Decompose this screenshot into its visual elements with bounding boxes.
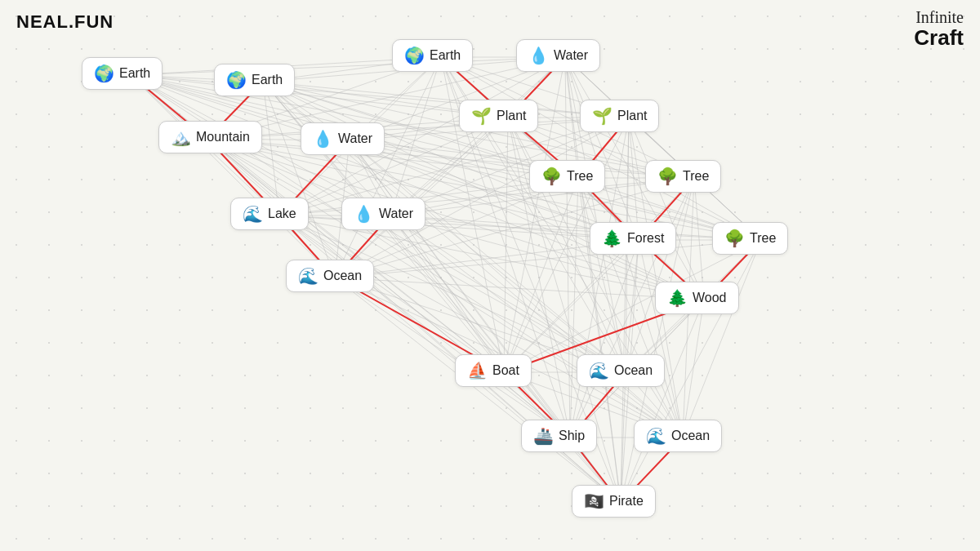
gray-connection: [621, 300, 704, 503]
icon-earth1: 🌍: [94, 64, 114, 83]
gray-connection: [131, 75, 629, 118]
gray-connection: [335, 278, 570, 438]
label-earth1: Earth: [119, 66, 150, 81]
node-tree1[interactable]: 🌳Tree: [529, 160, 605, 193]
node-ocean2[interactable]: 🌊Ocean: [577, 354, 665, 387]
gray-connection: [390, 216, 761, 240]
gray-connection: [683, 300, 704, 438]
icon-pirate: 🏴‍☠️: [584, 491, 604, 511]
gray-connection: [621, 118, 629, 503]
gray-connection: [504, 240, 639, 372]
icon-tree1: 🌳: [541, 167, 562, 186]
gray-connection: [629, 118, 704, 300]
gray-connection: [131, 57, 565, 75]
node-tree2[interactable]: 🌳Tree: [645, 160, 721, 193]
gray-connection: [639, 240, 683, 438]
icon-ocean2: 🌊: [589, 361, 609, 380]
gray-connection: [504, 178, 578, 372]
icon-tree3: 🌳: [724, 229, 745, 248]
icon-earth2: 🌍: [226, 70, 247, 90]
label-water1: Water: [554, 48, 588, 63]
icon-ship: 🚢: [533, 426, 554, 446]
icon-mountain: 🏔️: [171, 127, 191, 147]
gray-connection: [207, 139, 694, 178]
logo: NEAL.FUN: [16, 11, 114, 33]
node-plant2[interactable]: 🌱Plant: [580, 100, 659, 132]
gray-connection: [683, 240, 761, 438]
gray-connection: [350, 140, 504, 372]
label-pirate: Pirate: [609, 494, 644, 509]
icon-ocean3: 🌊: [646, 426, 666, 446]
gray-connection: [390, 216, 504, 372]
gray-connection: [131, 75, 508, 118]
gray-connection: [207, 139, 683, 438]
label-tree1: Tree: [567, 169, 593, 184]
node-earth2[interactable]: 🌍Earth: [214, 64, 295, 96]
icon-water1: 💧: [528, 46, 549, 65]
gray-connection: [626, 240, 639, 372]
gray-connection: [504, 178, 694, 372]
node-forest[interactable]: 🌲Forest: [590, 222, 676, 255]
label-boat: Boat: [492, 363, 519, 378]
node-ocean1[interactable]: 🌊Ocean: [286, 260, 374, 292]
gray-connection: [279, 216, 626, 372]
node-lake[interactable]: 🌊Lake: [230, 198, 309, 230]
gray-connection: [570, 178, 578, 438]
node-water1[interactable]: 💧Water: [516, 39, 600, 72]
label-ocean2: Ocean: [614, 363, 653, 378]
node-tree3[interactable]: 🌳Tree: [712, 222, 788, 255]
label-tree2: Tree: [683, 169, 709, 184]
icon-lake: 🌊: [243, 204, 263, 224]
node-plant1[interactable]: 🌱Plant: [459, 100, 538, 132]
label-wood: Wood: [693, 291, 727, 305]
gray-connection: [565, 57, 570, 438]
icon-forest: 🌲: [602, 229, 622, 248]
gray-connection: [350, 140, 683, 438]
gray-connection: [263, 82, 279, 216]
gray-connection: [263, 82, 629, 118]
label-earth3: Earth: [430, 48, 461, 63]
label-mountain: Mountain: [196, 130, 250, 144]
gray-connection: [504, 118, 508, 372]
icon-water3: 💧: [354, 204, 374, 224]
gray-connection: [335, 278, 621, 503]
gray-connection: [207, 139, 570, 438]
node-water3[interactable]: 💧Water: [341, 198, 425, 230]
label-plant1: Plant: [497, 109, 526, 123]
gray-connection: [263, 82, 335, 278]
node-mountain[interactable]: 🏔️Mountain: [158, 121, 262, 153]
node-earth3[interactable]: 🌍Earth: [392, 39, 473, 72]
icon-earth3: 🌍: [404, 46, 425, 65]
gray-connection: [508, 118, 704, 300]
brand: Infinite Craft: [914, 8, 964, 50]
node-water2[interactable]: 💧Water: [301, 122, 385, 155]
gray-connection: [207, 118, 629, 139]
node-earth1[interactable]: 🌍Earth: [82, 57, 163, 90]
gray-connection: [335, 240, 761, 278]
gray-connection: [131, 75, 335, 278]
label-forest: Forest: [627, 231, 664, 246]
gray-connection: [578, 178, 626, 372]
gray-connection: [207, 139, 578, 178]
gray-connection: [279, 216, 570, 438]
label-ocean3: Ocean: [671, 429, 710, 443]
icon-plant1: 🌱: [471, 106, 492, 126]
icon-wood: 🌲: [667, 288, 688, 308]
gray-connection: [131, 75, 761, 240]
node-boat[interactable]: ⛵Boat: [455, 354, 532, 387]
label-earth2: Earth: [252, 73, 283, 87]
gray-connection: [441, 57, 761, 240]
gray-connection: [570, 240, 761, 438]
gray-connection: [621, 372, 626, 503]
node-ocean3[interactable]: 🌊Ocean: [634, 420, 722, 452]
icon-plant2: 🌱: [592, 106, 612, 126]
gray-connection: [390, 57, 441, 216]
node-wood[interactable]: 🌲Wood: [655, 282, 739, 314]
gray-connection: [335, 278, 704, 300]
node-ship[interactable]: 🚢Ship: [521, 420, 597, 452]
gray-connection: [626, 178, 694, 372]
label-tree3: Tree: [750, 231, 776, 246]
gray-connection: [131, 75, 504, 372]
node-pirate[interactable]: 🏴‍☠️Pirate: [572, 485, 656, 518]
gray-connection: [350, 140, 694, 178]
